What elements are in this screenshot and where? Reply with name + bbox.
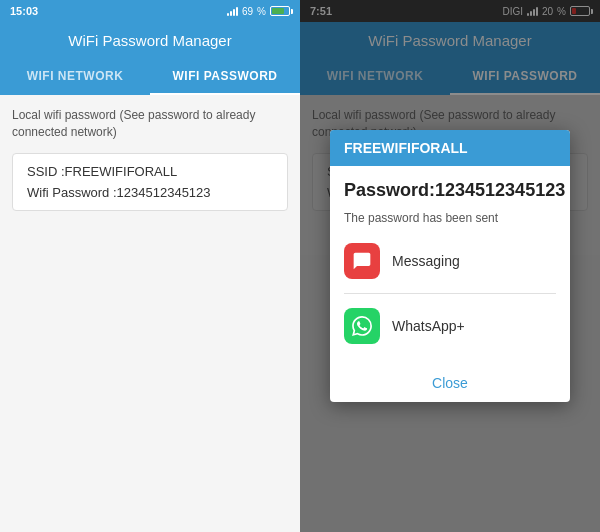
messaging-icon [344,243,380,279]
left-ssid: SSID :FREEWIFIFORALL [27,164,273,179]
modal-footer: Close [330,364,570,402]
right-panel: 7:51 DIGI 20% WiFi Password Manager WIFI… [300,0,600,532]
left-info-box: SSID :FREEWIFIFORALL Wifi Password :1234… [12,153,288,211]
left-panel: 15:03 69% WiFi Password Manager WIFI NET… [0,0,300,532]
left-status-icons: 69% [227,6,290,17]
battery-percent: 69 [242,6,253,17]
left-time: 15:03 [10,5,38,17]
modal-sent-text: The password has been sent [344,211,556,225]
left-app-title: WiFi Password Manager [0,22,300,59]
left-tab-bar: WIFI NETWORK WIFI PASSWORD [0,59,300,95]
left-description: Local wifi password (See password to alr… [12,107,288,141]
battery-icon [270,6,290,16]
signal-icon [227,6,238,16]
left-status-bar: 15:03 69% [0,0,300,22]
messaging-label: Messaging [392,253,460,269]
battery-fill [272,8,284,14]
modal-title: FREEWIFIFORALL [330,130,570,166]
modal-password: Password:1234512345123 [344,180,556,201]
left-tab-wifi-network[interactable]: WIFI NETWORK [0,59,150,95]
modal-body: Password:1234512345123 The password has … [330,166,570,364]
share-option-whatsapp[interactable]: WhatsApp+ [344,302,556,350]
left-wifi-password: Wifi Password :1234512345123 [27,185,273,200]
share-option-messaging[interactable]: Messaging [344,237,556,285]
left-tab-wifi-password[interactable]: WIFI PASSWORD [150,59,300,95]
share-modal: FREEWIFIFORALL Password:1234512345123 Th… [330,130,570,402]
modal-overlay: FREEWIFIFORALL Password:1234512345123 Th… [300,0,600,532]
modal-divider [344,293,556,294]
whatsapp-label: WhatsApp+ [392,318,465,334]
left-panel-content: Local wifi password (See password to alr… [0,95,300,532]
close-button[interactable]: Close [432,375,468,391]
whatsapp-icon [344,308,380,344]
